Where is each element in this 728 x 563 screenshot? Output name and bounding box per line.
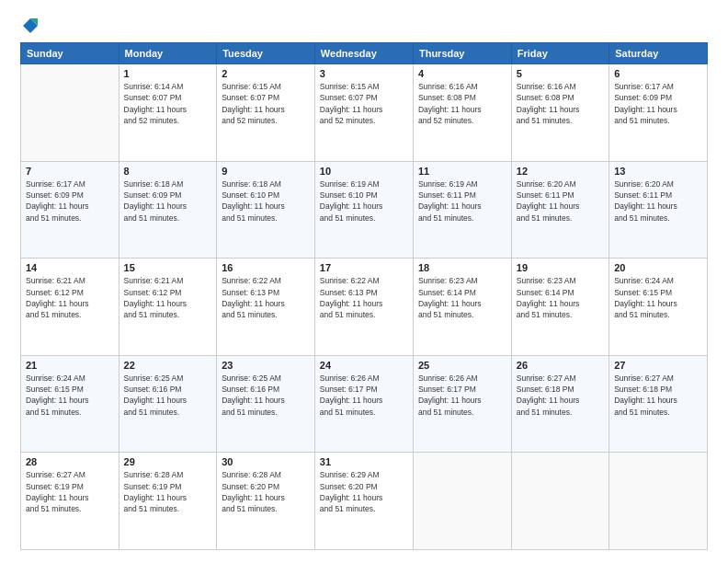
calendar-cell: 7Sunrise: 6:17 AMSunset: 6:09 PMDaylight… [21, 161, 119, 259]
weekday-header-monday: Monday [119, 43, 217, 64]
day-number: 1 [124, 68, 212, 79]
calendar-page: SundayMondayTuesdayWednesdayThursdayFrid… [0, 0, 728, 563]
day-number: 3 [320, 68, 408, 79]
calendar-cell: 14Sunrise: 6:21 AMSunset: 6:12 PMDayligh… [21, 259, 119, 356]
weekday-header-tuesday: Tuesday [217, 43, 315, 64]
logo [20, 17, 40, 35]
calendar-cell: 13Sunrise: 6:20 AMSunset: 6:11 PMDayligh… [609, 161, 708, 259]
calendar-cell: 26Sunrise: 6:27 AMSunset: 6:18 PMDayligh… [511, 355, 609, 453]
day-info: Sunrise: 6:25 AMSunset: 6:16 PMDaylight:… [222, 373, 310, 418]
weekday-header-wednesday: Wednesday [314, 43, 413, 64]
weekday-header-thursday: Thursday [413, 43, 511, 64]
calendar-cell: 30Sunrise: 6:28 AMSunset: 6:20 PMDayligh… [217, 453, 315, 550]
day-number: 18 [418, 262, 506, 273]
day-info: Sunrise: 6:20 AMSunset: 6:11 PMDaylight:… [614, 178, 702, 224]
calendar-cell: 10Sunrise: 6:19 AMSunset: 6:10 PMDayligh… [314, 161, 413, 259]
calendar-cell: 25Sunrise: 6:26 AMSunset: 6:17 PMDayligh… [413, 355, 511, 453]
calendar-cell: 17Sunrise: 6:22 AMSunset: 6:13 PMDayligh… [314, 259, 413, 356]
day-info: Sunrise: 6:23 AMSunset: 6:14 PMDaylight:… [517, 275, 604, 320]
day-number: 27 [614, 360, 702, 371]
calendar-cell: 8Sunrise: 6:18 AMSunset: 6:09 PMDaylight… [119, 161, 217, 259]
calendar-week-row: 7Sunrise: 6:17 AMSunset: 6:09 PMDaylight… [21, 161, 708, 259]
day-info: Sunrise: 6:28 AMSunset: 6:19 PMDaylight:… [124, 469, 212, 514]
day-info: Sunrise: 6:27 AMSunset: 6:18 PMDaylight:… [517, 373, 604, 418]
day-number: 22 [124, 360, 212, 371]
day-number: 6 [614, 68, 702, 79]
day-number: 30 [222, 456, 310, 467]
day-info: Sunrise: 6:24 AMSunset: 6:15 PMDaylight:… [614, 275, 702, 320]
calendar-week-row: 28Sunrise: 6:27 AMSunset: 6:19 PMDayligh… [21, 453, 708, 550]
calendar-cell [21, 64, 119, 162]
day-number: 10 [320, 166, 408, 177]
calendar-cell: 11Sunrise: 6:19 AMSunset: 6:11 PMDayligh… [413, 161, 511, 259]
day-info: Sunrise: 6:29 AMSunset: 6:20 PMDaylight:… [320, 469, 408, 514]
day-info: Sunrise: 6:19 AMSunset: 6:10 PMDaylight:… [320, 178, 408, 224]
calendar-cell: 2Sunrise: 6:15 AMSunset: 6:07 PMDaylight… [217, 64, 315, 162]
calendar-week-row: 21Sunrise: 6:24 AMSunset: 6:15 PMDayligh… [21, 355, 708, 453]
day-info: Sunrise: 6:27 AMSunset: 6:18 PMDaylight:… [614, 373, 702, 418]
day-info: Sunrise: 6:17 AMSunset: 6:09 PMDaylight:… [614, 81, 702, 126]
calendar-cell: 29Sunrise: 6:28 AMSunset: 6:19 PMDayligh… [119, 453, 217, 550]
day-info: Sunrise: 6:21 AMSunset: 6:12 PMDaylight:… [26, 275, 114, 320]
calendar-cell: 5Sunrise: 6:16 AMSunset: 6:08 PMDaylight… [511, 64, 609, 162]
day-number: 24 [320, 360, 408, 371]
day-info: Sunrise: 6:18 AMSunset: 6:09 PMDaylight:… [124, 178, 212, 224]
day-number: 2 [222, 68, 310, 79]
day-number: 21 [26, 360, 114, 371]
day-number: 20 [614, 262, 702, 273]
calendar-cell: 3Sunrise: 6:15 AMSunset: 6:07 PMDaylight… [314, 64, 413, 162]
day-number: 11 [418, 166, 506, 177]
calendar-cell: 18Sunrise: 6:23 AMSunset: 6:14 PMDayligh… [413, 259, 511, 356]
calendar-cell [413, 453, 511, 550]
day-number: 26 [517, 360, 604, 371]
day-number: 25 [418, 360, 506, 371]
weekday-header-saturday: Saturday [609, 43, 708, 64]
calendar-cell: 4Sunrise: 6:16 AMSunset: 6:08 PMDaylight… [413, 64, 511, 162]
day-info: Sunrise: 6:18 AMSunset: 6:10 PMDaylight:… [222, 178, 310, 224]
day-info: Sunrise: 6:22 AMSunset: 6:13 PMDaylight:… [320, 275, 408, 320]
day-info: Sunrise: 6:17 AMSunset: 6:09 PMDaylight:… [26, 178, 114, 224]
day-number: 17 [320, 262, 408, 273]
header [20, 17, 708, 35]
calendar-cell: 21Sunrise: 6:24 AMSunset: 6:15 PMDayligh… [21, 355, 119, 453]
day-info: Sunrise: 6:24 AMSunset: 6:15 PMDaylight:… [26, 373, 114, 418]
calendar-table: SundayMondayTuesdayWednesdayThursdayFrid… [20, 42, 708, 550]
calendar-week-row: 1Sunrise: 6:14 AMSunset: 6:07 PMDaylight… [21, 64, 708, 162]
day-info: Sunrise: 6:15 AMSunset: 6:07 PMDaylight:… [222, 81, 310, 126]
weekday-header-row: SundayMondayTuesdayWednesdayThursdayFrid… [21, 43, 708, 64]
day-info: Sunrise: 6:20 AMSunset: 6:11 PMDaylight:… [517, 178, 604, 224]
calendar-cell: 20Sunrise: 6:24 AMSunset: 6:15 PMDayligh… [609, 259, 708, 356]
calendar-cell: 6Sunrise: 6:17 AMSunset: 6:09 PMDaylight… [609, 64, 708, 162]
day-info: Sunrise: 6:15 AMSunset: 6:07 PMDaylight:… [320, 81, 408, 126]
day-info: Sunrise: 6:22 AMSunset: 6:13 PMDaylight:… [222, 275, 310, 320]
day-info: Sunrise: 6:19 AMSunset: 6:11 PMDaylight:… [418, 178, 506, 224]
calendar-cell: 16Sunrise: 6:22 AMSunset: 6:13 PMDayligh… [217, 259, 315, 356]
calendar-week-row: 14Sunrise: 6:21 AMSunset: 6:12 PMDayligh… [21, 259, 708, 356]
day-number: 13 [614, 166, 702, 177]
day-number: 9 [222, 166, 310, 177]
day-info: Sunrise: 6:25 AMSunset: 6:16 PMDaylight:… [124, 373, 212, 418]
day-info: Sunrise: 6:16 AMSunset: 6:08 PMDaylight:… [517, 81, 604, 126]
calendar-cell: 9Sunrise: 6:18 AMSunset: 6:10 PMDaylight… [217, 161, 315, 259]
day-number: 23 [222, 360, 310, 371]
day-number: 4 [418, 68, 506, 79]
day-number: 19 [517, 262, 604, 273]
calendar-cell: 15Sunrise: 6:21 AMSunset: 6:12 PMDayligh… [119, 259, 217, 356]
day-info: Sunrise: 6:27 AMSunset: 6:19 PMDaylight:… [26, 469, 114, 514]
day-info: Sunrise: 6:26 AMSunset: 6:17 PMDaylight:… [320, 373, 408, 418]
calendar-cell: 31Sunrise: 6:29 AMSunset: 6:20 PMDayligh… [314, 453, 413, 550]
day-number: 12 [517, 166, 604, 177]
day-number: 16 [222, 262, 310, 273]
logo-area [20, 17, 40, 35]
calendar-cell: 24Sunrise: 6:26 AMSunset: 6:17 PMDayligh… [314, 355, 413, 453]
day-number: 28 [26, 456, 114, 467]
day-number: 31 [320, 456, 408, 467]
calendar-cell: 28Sunrise: 6:27 AMSunset: 6:19 PMDayligh… [21, 453, 119, 550]
day-info: Sunrise: 6:21 AMSunset: 6:12 PMDaylight:… [124, 275, 212, 320]
weekday-header-sunday: Sunday [21, 43, 119, 64]
calendar-cell: 1Sunrise: 6:14 AMSunset: 6:07 PMDaylight… [119, 64, 217, 162]
calendar-cell: 19Sunrise: 6:23 AMSunset: 6:14 PMDayligh… [511, 259, 609, 356]
calendar-cell [511, 453, 609, 550]
day-number: 8 [124, 166, 212, 177]
day-info: Sunrise: 6:16 AMSunset: 6:08 PMDaylight:… [418, 81, 506, 126]
